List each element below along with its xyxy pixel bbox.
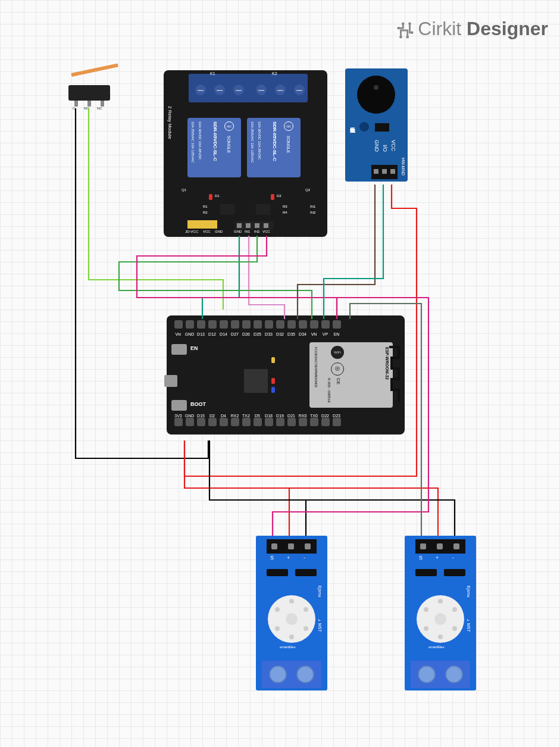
relay-1: 10A 250VAC 10A 125VAC 10A 30VDC 10A 28VD… <box>187 118 241 177</box>
silk-r1: R1 <box>203 205 208 208</box>
relay-pin-label-in1: IN1 <box>245 230 250 233</box>
component-voltage-sensor-1[interactable]: S + - Ejsmu ᄂMST smartElex GND VCC <box>256 536 327 690</box>
relay1-rating2: 10A 30VDC 10A 28VDC <box>198 121 202 160</box>
relay-vcc-label-l: VCC <box>203 230 211 233</box>
vs1-lbl-minus: - <box>304 555 305 561</box>
silk-r4: R4 <box>283 211 287 214</box>
relay1-model: SDR-05VDC-SL-C <box>212 121 218 161</box>
vs1-silk1: Ejsmu <box>318 586 322 597</box>
esp-cert-ce: CE <box>336 378 341 385</box>
svg-point-1 <box>398 26 401 29</box>
buzzer-mount-hole <box>359 122 369 132</box>
relay-k2-label: K2 <box>272 71 277 76</box>
vs2-silk1: Ejsmu <box>467 586 471 597</box>
esp32-bottom-labels: 3V3GNDD15D2D4RX2TX2D5D18D19D21RX0TX0D22D… <box>173 414 399 418</box>
relay2-model: SDR-05VDC-SL-C <box>272 121 277 161</box>
logo-icon <box>396 21 414 39</box>
vs2-pin-s <box>420 543 426 549</box>
svg-point-2 <box>399 35 402 38</box>
component-buzzer[interactable]: 低电平触发 HW-MND GND I/O VCC <box>345 68 408 182</box>
component-limit-switch[interactable]: C NO NC <box>68 68 122 104</box>
vs2-screw-terminal <box>411 661 470 688</box>
relay2-cert-icon: ccc <box>284 121 293 131</box>
relay-led-d2 <box>271 194 274 200</box>
buzzer-pin-gnd: GND <box>374 140 380 152</box>
wifi-icon: WiFi <box>331 346 344 359</box>
esp32-top-pin-row <box>173 320 399 332</box>
buzzer-pin-io: I/O <box>382 145 388 152</box>
relay-jumper <box>187 220 217 229</box>
relay-terminal-2 <box>212 83 227 97</box>
relay-terminal-3 <box>231 83 246 97</box>
svg-point-5 <box>411 31 414 34</box>
app-logo: Cirkit Designer <box>396 18 548 40</box>
relay-terminal-4 <box>254 83 268 97</box>
buzzer-hpin-vcc <box>390 169 395 174</box>
buzzer-pin-vcc: VCC <box>390 140 396 151</box>
silk-q1: Q1 <box>182 188 186 192</box>
relay-terminal-1 <box>193 83 208 97</box>
esp32-boot-button[interactable] <box>171 400 187 411</box>
vs2-resistor-2 <box>444 569 465 576</box>
svg-point-0 <box>402 22 405 25</box>
silk-r2: R2 <box>203 211 208 214</box>
esp-cert-r: R 205 - 000519 <box>327 378 331 402</box>
component-voltage-sensor-2[interactable]: S + - Ejsmu ᄂMST smartElex GND VCC <box>405 536 476 690</box>
limit-switch-pin-nc <box>101 101 104 107</box>
relay-pin-label-in2: IN2 <box>254 230 259 233</box>
logo-text-1: Cirkit <box>418 18 461 39</box>
relay-pin-vcc <box>264 223 268 228</box>
silk-in1: IN1 <box>310 205 315 208</box>
vs1-pin-s <box>271 543 277 549</box>
vs2-term-lbl-gnd: GND <box>418 692 431 699</box>
vs1-silk2: ᄂMST <box>318 619 322 632</box>
relay-pin-label-gnd: GND <box>234 230 242 233</box>
relay-gnd-label-l: GND <box>215 230 223 233</box>
relay-pin-gnd <box>237 223 242 228</box>
espressif-icon: ⓔ <box>331 362 344 376</box>
vs2-pin-plus <box>437 543 443 549</box>
silk-in2: IN2 <box>310 211 315 214</box>
esp32-top-labels: VinGNDD13D12D14D27D26D25D33D32D35D34VNVP… <box>173 332 399 336</box>
limit-switch-pin-c <box>74 101 78 107</box>
ls-label-c: C <box>73 107 75 110</box>
esp32-en-button[interactable] <box>171 344 187 355</box>
vs1-term-vcc <box>296 665 314 683</box>
relay1-rating1: 10A 250VAC 10A 125VAC <box>191 121 195 163</box>
relay-pin-in2 <box>255 223 259 228</box>
relay-screw-terminal-bar <box>189 74 308 102</box>
vs2-silk2: ᄂMST <box>467 619 471 632</box>
vs2-term-vcc <box>445 665 463 683</box>
vs2-lbl-plus: + <box>436 555 439 561</box>
component-relay-module[interactable]: 2 Relay Module K1 K2 10A 250VAC 10A 125V… <box>164 70 327 237</box>
vs1-silk3: smartElex <box>280 645 296 649</box>
vs2-lbl-s: S <box>419 555 423 561</box>
relay-opto-1 <box>220 204 234 215</box>
logo-text-2: Designer <box>467 18 548 39</box>
vs1-term-lbl-gnd: GND <box>269 692 282 699</box>
limit-switch-pin-no <box>87 101 91 107</box>
vs1-resistor-2 <box>295 569 317 576</box>
vs2-pin-minus <box>453 543 459 549</box>
relay2-rating1: 10A 250VAC 10A 125VAC <box>251 121 254 163</box>
relay2-rating2: 10A 30VDC 10A 28VDC <box>258 121 261 160</box>
relay-opto-2 <box>256 204 270 215</box>
vs2-term-gnd <box>418 665 436 683</box>
relay-side-label: 2 Relay Module <box>167 106 173 139</box>
vs1-lbl-s: S <box>270 555 274 561</box>
buzzer-transistor <box>375 123 389 132</box>
silk-d2: D2 <box>277 194 281 198</box>
relay-pin-in1 <box>246 223 251 228</box>
esp32-boot-label: BOOT <box>190 401 206 407</box>
ls-label-nc: NC <box>97 107 102 110</box>
vs1-pin-minus <box>305 543 311 549</box>
relay-jdvcc-label: JD-VCC <box>185 230 198 233</box>
silk-q2: Q2 <box>305 188 310 192</box>
esp-fcc: FCC9D2AC72ESPWROOM32 <box>314 347 318 387</box>
vs1-screw-terminal <box>262 661 321 688</box>
vs2-dial <box>417 595 464 643</box>
esp-smd-led1 <box>271 357 275 363</box>
esp32-en-label: EN <box>190 345 198 351</box>
component-esp32[interactable]: VinGNDD13D12D14D27D26D25D33D32D35D34VNVP… <box>167 315 405 435</box>
limit-switch-body <box>68 85 110 101</box>
